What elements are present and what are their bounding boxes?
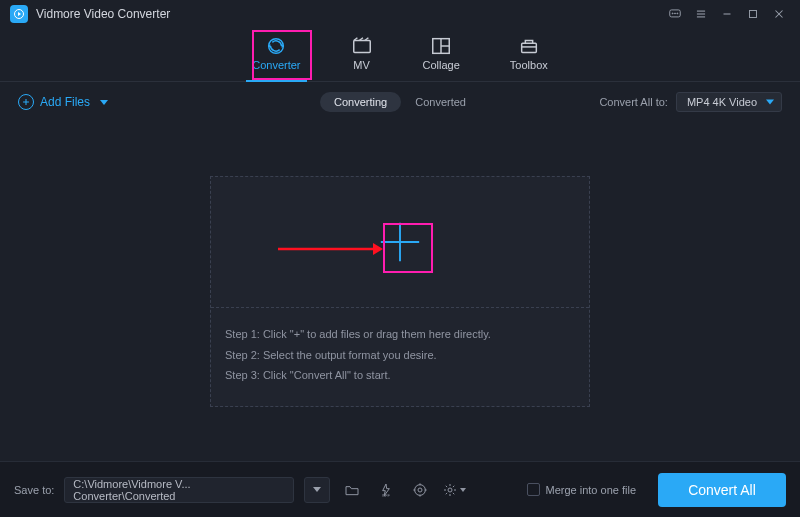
close-button[interactable] [766,4,792,24]
svg-point-4 [675,13,676,14]
step-1-text: Step 1: Click "+" to add files or drag t… [225,324,575,345]
add-files-label: Add Files [40,95,90,109]
tab-toolbox[interactable]: Toolbox [506,35,552,77]
instructions: Step 1: Click "+" to add files or drag t… [211,307,589,407]
chevron-down-icon [766,100,774,105]
svg-rect-16 [353,41,370,53]
output-path-value: C:\Vidmore\Vidmore V... Converter\Conver… [73,478,285,502]
app-title: Vidmore Video Converter [36,7,170,21]
high-speed-button[interactable] [408,478,432,502]
bottombar: Save to: C:\Vidmore\Vidmore V... Convert… [0,461,800,517]
settings-dropdown[interactable] [442,478,466,502]
add-file-plus-button[interactable] [377,219,423,265]
svg-point-5 [677,13,678,14]
merge-label: Merge into one file [546,484,637,496]
collage-icon [430,37,452,55]
svg-text:OFF: OFF [382,493,391,498]
checkbox-box-icon [527,483,540,496]
convert-all-to-label: Convert All to: [599,96,667,108]
drop-panel: Step 1: Click "+" to add files or drag t… [210,176,590,408]
convert-all-to: Convert All to: MP4 4K Video [599,92,782,112]
merge-checkbox[interactable]: Merge into one file [527,483,637,496]
tab-converter[interactable]: Converter [248,35,304,77]
chevron-down-icon [100,100,108,105]
svg-rect-10 [750,11,757,18]
titlebar: Vidmore Video Converter [0,0,800,28]
chevron-down-icon [313,487,321,492]
menu-icon[interactable] [688,4,714,24]
tab-converter-label: Converter [252,59,300,71]
top-tabs: Converter MV Collage Toolbox [0,28,800,82]
toolbox-icon [518,37,540,55]
tab-collage-label: Collage [423,59,460,71]
tab-mv-label: MV [353,59,370,71]
svg-rect-20 [521,43,536,52]
svg-point-31 [418,488,422,492]
app-logo-icon [10,5,28,23]
output-format-select[interactable]: MP4 4K Video [676,92,782,112]
step-3-text: Step 3: Click "Convert All" to start. [225,365,575,386]
maximize-button[interactable] [740,4,766,24]
plus-circle-icon [18,94,34,110]
svg-marker-1 [18,12,21,16]
add-files-button[interactable]: Add Files [18,94,108,110]
drop-zone[interactable] [211,177,589,307]
svg-point-3 [672,13,673,14]
state-tab-converting[interactable]: Converting [320,92,401,112]
svg-point-36 [448,488,452,492]
open-folder-button[interactable] [340,478,364,502]
output-path-dropdown[interactable] [304,477,330,503]
tab-collage[interactable]: Collage [419,35,464,77]
output-format-value: MP4 4K Video [687,96,757,108]
tab-toolbox-label: Toolbox [510,59,548,71]
state-tabs: Converting Converted [320,92,480,112]
save-to-label: Save to: [14,484,54,496]
tab-mv[interactable]: MV [347,35,377,77]
convert-all-button[interactable]: Convert All [658,473,786,507]
svg-point-30 [415,484,426,495]
output-path-field[interactable]: C:\Vidmore\Vidmore V... Converter\Conver… [64,477,294,503]
mv-icon [351,37,373,55]
state-tab-converted[interactable]: Converted [401,92,480,112]
feedback-icon[interactable] [662,4,688,24]
converter-icon [265,37,287,55]
minimize-button[interactable] [714,4,740,24]
workspace: Step 1: Click "+" to add files or drag t… [0,122,800,461]
chevron-down-icon [460,488,466,492]
hardware-accel-button[interactable]: OFF [374,478,398,502]
toolbar: Add Files Converting Converted Convert A… [0,82,800,122]
step-2-text: Step 2: Select the output format you des… [225,345,575,366]
